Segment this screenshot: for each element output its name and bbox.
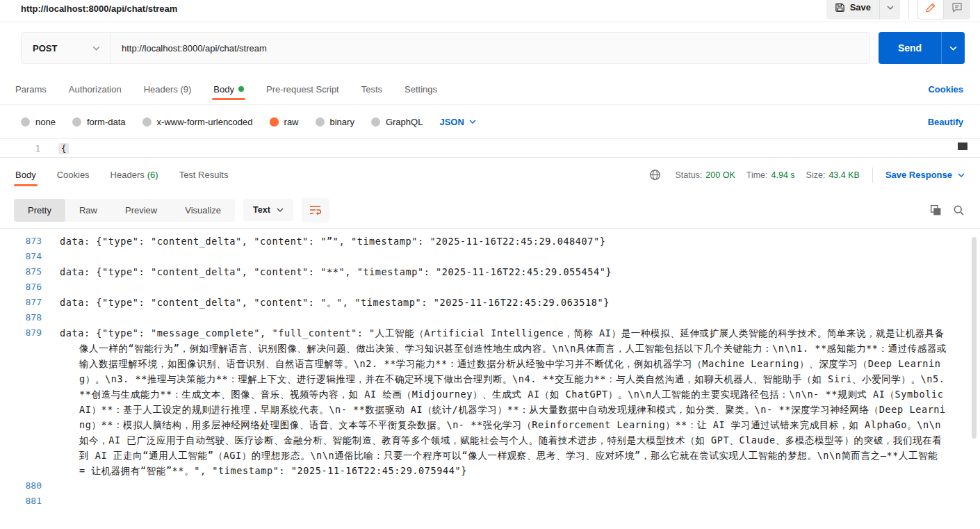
body-type-x-www-form-urlencoded[interactable]: x-www-form-urlencoded bbox=[142, 117, 253, 127]
view-tab-raw[interactable]: Raw bbox=[65, 199, 111, 222]
status-value: 200 OK bbox=[705, 170, 735, 180]
request-mode-toggle bbox=[917, 0, 970, 19]
code-line: 874 bbox=[0, 249, 980, 264]
headers-count-badge: (6) bbox=[147, 170, 158, 180]
body-type-graphql[interactable]: GraphQL bbox=[371, 117, 423, 127]
response-tab-body[interactable]: Body bbox=[14, 158, 38, 192]
radio-icon bbox=[142, 117, 152, 127]
body-type-label: form-data bbox=[87, 117, 126, 127]
wrap-text-button[interactable] bbox=[302, 198, 329, 222]
code-line: 878 bbox=[0, 310, 980, 325]
postman-app: http://localhost:8000/api/chat/stream Sa… bbox=[0, 0, 980, 529]
response-tab-test-results[interactable]: Test Results bbox=[178, 158, 230, 192]
body-type-label: x-www-form-urlencoded bbox=[157, 117, 253, 127]
chevron-down-icon bbox=[277, 208, 284, 212]
status-label: Status: bbox=[675, 170, 702, 180]
tab-headers[interactable]: Headers (9) bbox=[142, 74, 193, 104]
time-badge: Time: 4.94 s bbox=[746, 170, 795, 180]
body-type-row: none form-data x-www-form-urlencoded raw… bbox=[0, 105, 980, 138]
response-scrollbar[interactable] bbox=[972, 237, 977, 439]
send-button[interactable]: Send bbox=[879, 32, 965, 64]
copy-icon[interactable] bbox=[930, 204, 942, 216]
editor-scrollbar[interactable] bbox=[958, 143, 967, 150]
cookies-link[interactable]: Cookies bbox=[928, 84, 963, 95]
tab-settings[interactable]: Settings bbox=[403, 74, 439, 104]
tab-params[interactable]: Params bbox=[14, 74, 48, 104]
response-tab-headers[interactable]: Headers (6) bbox=[109, 158, 160, 192]
comment-icon bbox=[952, 2, 963, 13]
save-label: Save bbox=[850, 2, 871, 13]
code-line: 876 bbox=[0, 279, 980, 295]
globe-icon[interactable] bbox=[649, 169, 661, 181]
response-tabs: Body Cookies Headers (6) Test Results bbox=[14, 158, 247, 192]
editor-line-number: 1 bbox=[13, 144, 40, 154]
search-icon[interactable] bbox=[953, 204, 965, 216]
tab-label: Cookies bbox=[57, 170, 90, 180]
save-response-button[interactable]: Save Response bbox=[885, 170, 965, 180]
status-badge: Status: 200 OK bbox=[675, 170, 735, 180]
request-tab-title: http://localhost:8000/api/chat/stream bbox=[21, 3, 177, 14]
time-label: Time: bbox=[746, 170, 768, 180]
body-type-binary[interactable]: binary bbox=[316, 117, 354, 127]
topbar-actions: Save bbox=[826, 0, 970, 19]
request-header-bar: http://localhost:8000/api/chat/stream Sa… bbox=[0, 0, 980, 22]
comments-button[interactable] bbox=[944, 0, 970, 19]
tab-label: Headers bbox=[111, 170, 145, 180]
radio-icon bbox=[72, 117, 81, 127]
url-row: POST Send bbox=[0, 22, 980, 74]
code-line: 880 bbox=[0, 478, 980, 494]
line-number: 874 bbox=[14, 249, 42, 264]
radio-icon bbox=[21, 117, 30, 127]
save-button[interactable]: Save bbox=[826, 0, 900, 19]
request-body-editor[interactable]: 1 { bbox=[0, 138, 980, 157]
topbar-divider bbox=[908, 0, 909, 19]
tab-authorization[interactable]: Authorization bbox=[67, 74, 123, 104]
wrap-text-icon bbox=[309, 205, 321, 215]
view-tab-label: Pretty bbox=[28, 205, 51, 215]
body-type-form-data[interactable]: form-data bbox=[72, 117, 126, 127]
body-type-label: raw bbox=[284, 117, 299, 127]
tab-label: Body bbox=[15, 170, 36, 180]
method-url-group: POST bbox=[21, 32, 870, 64]
code-line: 881 bbox=[0, 494, 980, 509]
radio-icon bbox=[371, 117, 380, 127]
view-tab-preview[interactable]: Preview bbox=[111, 199, 171, 222]
response-header: Body Cookies Headers (6) Test Results St… bbox=[0, 157, 980, 192]
line-content: data: {"type": "content_delta", "content… bbox=[60, 264, 949, 279]
time-value: 4.94 s bbox=[771, 170, 795, 180]
body-type-none[interactable]: none bbox=[21, 117, 56, 127]
response-actions bbox=[930, 204, 965, 216]
line-number: 881 bbox=[14, 494, 42, 509]
view-mode-segmented-control: Pretty Raw Preview Visualize bbox=[14, 199, 235, 222]
body-type-raw[interactable]: raw bbox=[270, 117, 299, 127]
tab-label: Authorization bbox=[69, 84, 122, 95]
save-options-chevron[interactable] bbox=[879, 0, 900, 19]
tab-label: Body bbox=[213, 84, 234, 95]
tab-pre-request-script[interactable]: Pre-request Script bbox=[265, 74, 341, 104]
body-language-selector[interactable]: JSON bbox=[439, 117, 475, 127]
beautify-link[interactable]: Beautify bbox=[928, 117, 963, 127]
tab-tests[interactable]: Tests bbox=[360, 74, 384, 104]
view-tab-visualize[interactable]: Visualize bbox=[171, 199, 235, 222]
response-view-toolbar: Pretty Raw Preview Visualize Text bbox=[0, 192, 980, 228]
line-number: 873 bbox=[14, 234, 42, 249]
save-response-label: Save Response bbox=[885, 170, 952, 180]
radio-icon bbox=[316, 117, 325, 127]
body-type-label: none bbox=[35, 117, 56, 127]
code-line: 877 data: {"type": "content_delta", "con… bbox=[0, 295, 980, 310]
response-format-selector[interactable]: Text bbox=[243, 199, 293, 221]
response-body-viewer[interactable]: 873 data: {"type": "content_delta", "con… bbox=[0, 228, 980, 529]
view-tab-pretty[interactable]: Pretty bbox=[14, 199, 65, 222]
url-input[interactable] bbox=[111, 33, 869, 63]
method-selector[interactable]: POST bbox=[22, 33, 111, 63]
tab-body[interactable]: Body bbox=[212, 74, 245, 104]
response-tab-cookies[interactable]: Cookies bbox=[56, 158, 91, 192]
format-label: Text bbox=[253, 205, 270, 215]
edit-request-button[interactable] bbox=[917, 0, 944, 19]
tab-label: Headers (9) bbox=[144, 84, 192, 95]
chevron-down-icon bbox=[949, 46, 957, 51]
chevron-down-icon bbox=[887, 6, 894, 10]
send-options-chevron[interactable] bbox=[941, 32, 965, 64]
view-tab-label: Preview bbox=[125, 205, 157, 215]
line-number: 877 bbox=[14, 295, 42, 310]
